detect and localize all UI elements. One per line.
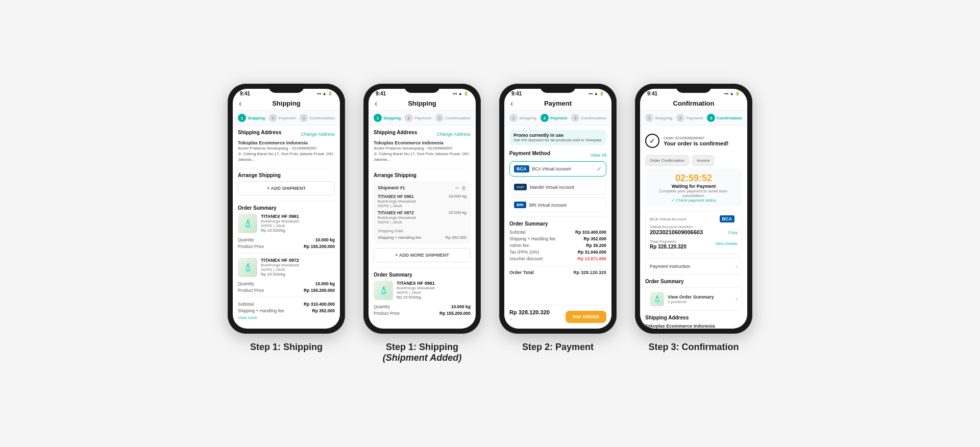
change-address-btn-2[interactable]: Change Address: [436, 132, 471, 137]
product-brand-1-2: Bukitmega Masabadi: [261, 263, 335, 267]
order-summary-title-1: Order Summary: [238, 205, 335, 211]
back-btn-2[interactable]: ‹: [375, 99, 377, 108]
step-label-1-2: Payment: [279, 116, 296, 120]
bottom-bar-3: Rp 328.120.320 ⌃ PAY ORDER: [504, 305, 611, 329]
status-icons-3: ▪▪▪ ▲ 🔋: [589, 91, 604, 96]
add-more-btn-2[interactable]: + ADD MORE SHIPMENT: [374, 248, 471, 262]
delete-icon-2[interactable]: 🗑: [461, 185, 467, 191]
steps-bar-3: 1 Shipping 2 Payment 3 Confirmation: [504, 111, 611, 126]
status-time-2: 9:41: [376, 91, 386, 96]
payment-instruction-4[interactable]: Payment Instruction ›: [645, 258, 742, 275]
back-btn-3[interactable]: ‹: [510, 99, 513, 108]
order-confirmed-4: Your order is confirmed!: [664, 140, 729, 146]
company-name-1: Tokoplas Ecommerce Indonesia: [238, 140, 335, 145]
change-address-btn-1[interactable]: Change Address: [301, 132, 335, 137]
steps-bar-4: 1 Shipping 2 Payment 3 Confirmation: [640, 111, 747, 126]
view-all-btn-3[interactable]: View All: [591, 153, 606, 158]
step-label-3-3: Confirmation: [581, 116, 606, 120]
shipment-item-brand-2-2: Bukitmega Masabadi: [378, 215, 416, 220]
order-summary-text-4: View Order Summary 2 products: [668, 294, 714, 304]
payment-bca-3[interactable]: BCA BCA Virtual Account ✓: [509, 161, 606, 177]
voucher-row-3: Voucher discount -Rp 13.671.680: [509, 256, 606, 261]
step2-2: 2 Payment: [405, 114, 431, 122]
step4-2: 2 Payment: [676, 114, 703, 122]
step-circle-3-2: 2: [541, 114, 549, 122]
shipment-item-row-2-2: TITANEX HF 0972 Bukitmega Masabadi HDPE …: [378, 210, 467, 227]
notch3: [540, 84, 576, 93]
step3-2: 2 Payment: [541, 114, 567, 122]
status-icons-1: ▪▪▪ ▲ 🔋: [317, 91, 333, 96]
add-shipment-btn-1[interactable]: + ADD SHIPMENT: [238, 181, 335, 195]
check-status-4[interactable]: ✓ Check payment status: [649, 198, 738, 203]
back-btn-1[interactable]: ‹: [239, 99, 241, 108]
qty-row-2-1: Quantity 10.000 kg: [374, 304, 471, 309]
bank-label-4: BCA Virtual Account: [650, 217, 686, 221]
phone1: 9:41 ▪▪▪ ▲ 🔋 ‹ Shipping 1 Shipping: [228, 84, 345, 334]
product-img-2-1: 🧴: [374, 281, 393, 300]
step-circle-3-1: 1: [509, 114, 518, 122]
status-icons-2: ▪▪▪ ▲ 🔋: [453, 91, 469, 96]
shipment-icons-2: ✏ 🗑: [455, 185, 467, 191]
account-num-row-4: 20230210609006603 Copy: [650, 229, 738, 235]
screen-title-1: Shipping: [272, 100, 301, 107]
confirm-check-circle-4: ✓: [645, 134, 659, 148]
voucher-val-3: -Rp 13.671.680: [576, 256, 606, 261]
step1-2: 2 Payment: [269, 114, 296, 122]
step-circle-1-2: 2: [269, 114, 277, 122]
step2-1: 1 Shipping: [374, 114, 401, 122]
edit-icon-2[interactable]: ✏: [455, 185, 459, 191]
copy-btn-4[interactable]: Copy: [728, 230, 738, 235]
view-order-text-4: View Order Summary: [668, 294, 714, 300]
payment-bri-3[interactable]: BRI BRI Virtual Account: [509, 197, 606, 212]
payment-mandiri-3[interactable]: mdr Mandiri Virtual Account: [509, 180, 606, 194]
order-confirmation-btn-4[interactable]: Order Confirmation: [645, 155, 689, 166]
subtotal-label-1: Subtotal: [238, 302, 254, 307]
product-item-2-1: 🧴 TITANEX HF 0961 Bukitmega Masabadi HDP…: [374, 281, 471, 300]
tax-val-3: Rp 31.040.000: [578, 250, 606, 255]
bri-logo-3: BRI: [514, 202, 526, 208]
bca-logo-4: BCA: [720, 215, 735, 222]
promo-sub-3: Get 4% discount for all products sold in…: [513, 138, 602, 142]
tax-label-3: Tax (PPN 10%): [509, 250, 539, 255]
screen-content-4: ✓ Order #210609006497 Your order is conf…: [640, 126, 747, 329]
total-pay-label-4: Total Payment: [650, 239, 687, 244]
view-more-1[interactable]: View more: [238, 315, 257, 320]
screen-header-4: Confirmation: [640, 97, 747, 111]
status-icons-4: ▪▪▪ ▲ 🔋: [724, 91, 740, 96]
steps-bar-1: 1 Shipping 2 Payment 3 Confirmation: [233, 111, 340, 126]
invoice-btn-4[interactable]: Invoice: [692, 155, 714, 166]
product-price-1-2: Rp 15.520/kg: [261, 272, 335, 277]
bottom-total-3: Rp 328.120.320 ⌃: [509, 309, 550, 325]
phone4-label: Step 3: Confirmation: [648, 342, 739, 353]
divider-1a: [238, 168, 335, 168]
step-label-3-2: Payment: [550, 116, 567, 120]
product-name-1-1: TITANEX HF 0961: [261, 214, 335, 219]
screen2: 9:41 ▪▪▪ ▲ 🔋 ‹ Shipping 1 Shipping 2 Pay…: [369, 89, 476, 329]
handling-row-1: Shipping + Handling fee Rp 352.000: [238, 308, 335, 313]
contact-1: Andre Pratama Simatupang - 02169966997: [238, 145, 335, 151]
admin-val-3: Rp 35.200: [586, 243, 606, 248]
view-details-btn-4[interactable]: View Details: [715, 241, 738, 246]
address-block-1: Shipping Address Change Address Tokoplas…: [238, 130, 335, 163]
order-summary-card-4[interactable]: 🧴 View Order Summary 2 products ›: [645, 287, 742, 311]
phone4: 9:41 ▪▪▪ ▲ 🔋 Confirmation 1 Shipping 2 P…: [635, 84, 752, 334]
screen-title-2: Shipping: [408, 100, 436, 107]
qty-label-2-1: Quantity: [374, 304, 390, 309]
pay-btn-3[interactable]: PAY ORDER: [566, 311, 606, 323]
company-name-2: Tokoplas Ecommerce Indonesia: [374, 140, 471, 145]
step1-3: 3 Confirmation: [300, 114, 335, 122]
step-label-2-1: Shipping: [383, 116, 401, 120]
divider-3a: [509, 216, 606, 217]
order-num-4: Order #210609006497: [664, 136, 729, 140]
phone3-container: 9:41 ▪▪▪ ▲ 🔋 ‹ Payment 1 Shipping 2 Paym…: [499, 84, 617, 353]
step-label-4-3: Confirmation: [717, 116, 742, 120]
subtotal-val-3: Rp 310.400.000: [575, 230, 606, 235]
arrange-shipping-title-1: Arrange Shipping: [238, 172, 335, 178]
step-circle-1-3: 3: [300, 114, 308, 122]
step-line-3-2: [568, 118, 570, 118]
screen-title-3: Payment: [544, 100, 572, 107]
chevron-right-4: ›: [736, 263, 738, 270]
product-type-2-1: HDPE | JAVA: [397, 290, 471, 295]
shipping-address-title-1: Shipping Address: [238, 130, 281, 135]
order-summary-left-4: 🧴 View Order Summary 2 products: [650, 292, 714, 306]
